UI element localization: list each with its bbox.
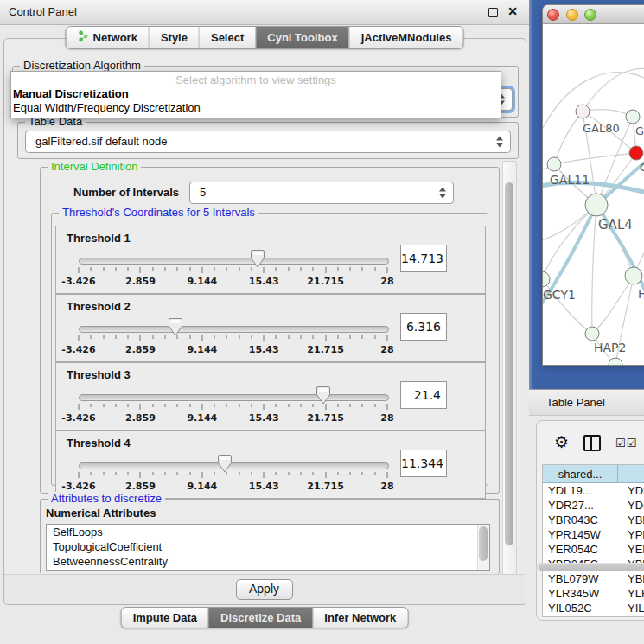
network-node-h[interactable] bbox=[625, 267, 642, 284]
table-cell: YDL1 bbox=[622, 483, 644, 498]
tick-mark bbox=[313, 267, 314, 271]
tick-mark bbox=[313, 472, 314, 475]
tick-mark bbox=[164, 472, 165, 475]
apply-button[interactable]: Apply bbox=[236, 579, 293, 600]
columns-icon[interactable] bbox=[583, 435, 601, 451]
table-row[interactable]: YBL079WYBL0 bbox=[543, 571, 644, 586]
threshold-label: Threshold 1 bbox=[67, 232, 131, 245]
tick-mark bbox=[152, 335, 153, 339]
threshold-value-field[interactable]: 21.4 bbox=[400, 381, 447, 409]
dropdown-placeholder-item[interactable]: Select algorithm to view settings bbox=[11, 72, 501, 87]
tick-mark bbox=[301, 404, 302, 407]
tick-mark bbox=[140, 404, 141, 410]
tick-label: 28 bbox=[380, 412, 393, 424]
table-row[interactable]: YIL052CYIL0 bbox=[543, 601, 644, 615]
dropdown-item-manual-discretization[interactable]: Manual Discretization bbox=[11, 87, 501, 101]
tick-mark bbox=[239, 472, 239, 475]
slider-thumb[interactable] bbox=[217, 455, 232, 473]
slider-track[interactable] bbox=[79, 394, 389, 401]
close-icon[interactable]: ✕ bbox=[507, 4, 518, 18]
table-row[interactable]: YDL19...YDL1 bbox=[543, 483, 644, 498]
table-row[interactable]: YLR345WYLR3 bbox=[543, 586, 644, 601]
combo-arrows-icon bbox=[496, 137, 503, 148]
attributes-scrollbar-thumb[interactable] bbox=[479, 526, 488, 561]
tick-mark bbox=[177, 335, 178, 339]
gear-icon[interactable]: ⚙ bbox=[554, 434, 569, 451]
slider-track[interactable] bbox=[79, 326, 389, 333]
tab-label: Discretize Data bbox=[220, 611, 301, 624]
table-hscrollbar-thumb[interactable] bbox=[539, 564, 644, 571]
threshold-panel-2: Threshold 2-3.4262.8599.14415.4321.71528… bbox=[55, 294, 486, 362]
dropdown-item-equal-width-frequency[interactable]: Equal Width/Frequency Discretization bbox=[11, 101, 501, 115]
tab-cyni-toolbox[interactable]: Cyni Toolbox bbox=[255, 27, 348, 48]
network-node-hap2[interactable] bbox=[585, 327, 599, 341]
slider-track[interactable] bbox=[79, 258, 389, 265]
minimize-traffic-light-icon[interactable] bbox=[566, 9, 578, 21]
attribute-item-selfloops[interactable]: SelfLoops bbox=[47, 525, 489, 539]
threshold-value-field[interactable]: 14.713 bbox=[400, 245, 447, 272]
network-node-ga[interactable] bbox=[626, 110, 640, 124]
attribute-item-betweennesscentrality[interactable]: BetweennessCentrality bbox=[47, 554, 489, 569]
interval-definition-label: Interval Definition bbox=[48, 160, 141, 173]
close-traffic-light-icon[interactable] bbox=[547, 9, 559, 21]
tick-mark bbox=[201, 267, 202, 273]
tab-label: Network bbox=[93, 31, 137, 44]
number-of-intervals-combobox[interactable]: 5 bbox=[189, 182, 454, 204]
threshold-label: Threshold 3 bbox=[67, 368, 131, 381]
network-node-gal4[interactable] bbox=[585, 194, 608, 216]
tick-mark bbox=[140, 335, 141, 341]
slider-thumb[interactable] bbox=[168, 318, 182, 336]
threshold-value-field[interactable]: 11.344 bbox=[400, 450, 447, 477]
threshold-value-field[interactable]: 6.316 bbox=[400, 313, 447, 341]
thresholds-group: Threshold's Coordinates for 5 Intervals … bbox=[51, 213, 488, 486]
tab-impute-data[interactable]: Impute Data bbox=[122, 608, 208, 628]
network-node-gal80[interactable] bbox=[576, 105, 590, 118]
algorithm-group-label: Discretization Algorithm bbox=[20, 59, 144, 72]
tab-select[interactable]: Select bbox=[199, 27, 255, 48]
tab-label: Infer Network bbox=[324, 611, 396, 624]
tab-infer-network[interactable]: Infer Network bbox=[312, 608, 407, 628]
attribute-item-topologicalcoefficient[interactable]: TopologicalCoefficient bbox=[47, 539, 489, 554]
zoom-traffic-light-icon[interactable] bbox=[584, 9, 596, 21]
column-header-shared-[interactable]: shared... bbox=[543, 465, 618, 483]
node-label-gcy1: GCY1 bbox=[543, 288, 576, 302]
tab-label: Impute Data bbox=[133, 611, 197, 624]
network-node-gcy1[interactable] bbox=[543, 271, 550, 287]
table-data-combobox[interactable]: galFiltered.sif default node bbox=[25, 131, 511, 153]
tick-mark bbox=[239, 404, 239, 407]
panel-scrollbar-thumb[interactable] bbox=[505, 182, 513, 545]
tick-mark bbox=[226, 267, 227, 271]
float-window-icon[interactable] bbox=[488, 8, 498, 17]
table-row[interactable]: YER054CYER0 bbox=[543, 542, 644, 557]
tick-label: 9.144 bbox=[187, 344, 217, 355]
network-window-titlebar bbox=[543, 5, 644, 24]
tab-network[interactable]: Network bbox=[67, 27, 149, 48]
tick-mark bbox=[264, 267, 265, 273]
tick-mark bbox=[288, 472, 289, 475]
network-node[interactable] bbox=[629, 146, 643, 160]
column-header-na[interactable]: na bbox=[618, 465, 644, 483]
numerical-attributes-list[interactable]: SelfLoopsTopologicalCoefficientBetweenne… bbox=[46, 524, 490, 571]
tick-mark bbox=[374, 472, 375, 475]
tick-label: 2.859 bbox=[125, 344, 156, 355]
network-node-gal11[interactable] bbox=[547, 157, 561, 171]
table-row[interactable]: YDR27...YDR2 bbox=[543, 498, 644, 513]
table-cell: YBR043C bbox=[543, 513, 622, 527]
tab-discretize-data[interactable]: Discretize Data bbox=[208, 608, 312, 628]
table-cell: YLR345W bbox=[543, 586, 622, 601]
slider-thumb[interactable] bbox=[250, 250, 265, 268]
tick-mark bbox=[128, 472, 129, 475]
table-row[interactable]: YPR145WYPR1 bbox=[543, 527, 644, 542]
tick-mark bbox=[313, 335, 314, 339]
table-cell: YDR2 bbox=[622, 498, 644, 513]
network-canvas[interactable]: GAL80GAGAL11GAL4GCY1HHAP2C bbox=[543, 24, 644, 365]
table-row[interactable]: YBR043CYBR0 bbox=[543, 513, 644, 527]
numerical-attributes-label: Numerical Attributes bbox=[46, 507, 156, 520]
select-columns-icon[interactable]: ☑☑ bbox=[615, 437, 637, 450]
tab-jactivemnodules[interactable]: jActiveMNodules bbox=[349, 27, 463, 48]
tick-mark bbox=[152, 404, 153, 407]
tick-mark bbox=[91, 335, 92, 339]
tab-style[interactable]: Style bbox=[149, 27, 199, 48]
slider-thumb[interactable] bbox=[316, 386, 331, 405]
slider-track[interactable] bbox=[79, 462, 389, 469]
